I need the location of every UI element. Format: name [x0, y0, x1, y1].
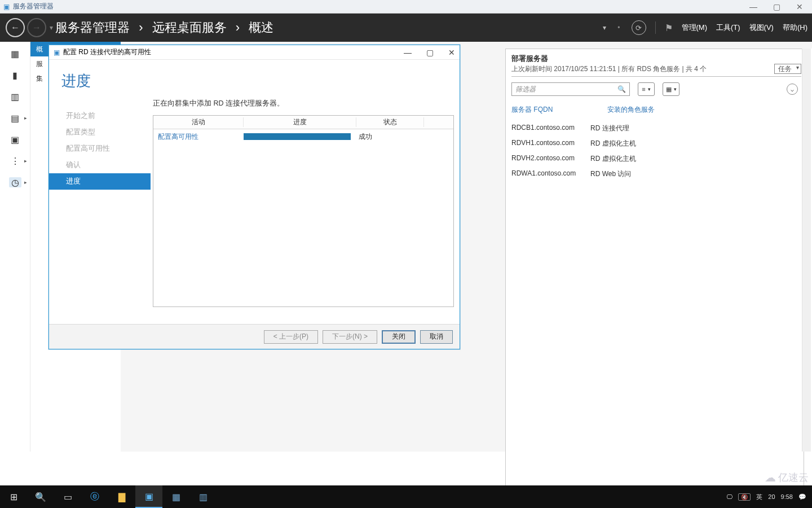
rail-file-services-icon[interactable]: ▤▸: [9, 113, 21, 123]
grid-header: 活动 进度 状态: [153, 116, 453, 129]
step-confirm: 确认: [61, 157, 151, 173]
dialog-heading: 进度: [49, 60, 460, 97]
system-tray: 🖵 🔇 英 20 9:58 💬: [721, 493, 812, 501]
rail-iis-icon[interactable]: ▣: [9, 134, 21, 144]
dialog-footer: < 上一步(P) 下一步(N) > 关闭 取消: [49, 324, 460, 349]
tray-monitor-icon[interactable]: 🖵: [726, 493, 732, 500]
row-progressbar: [244, 133, 356, 140]
col-activity: 活动: [153, 117, 244, 127]
step-progress: 进度: [49, 173, 151, 190]
hyperv-icon[interactable]: ▦: [162, 485, 189, 508]
save-query-button[interactable]: ▦: [663, 82, 679, 96]
tray-num: 20: [768, 493, 775, 500]
close-button[interactable]: 关闭: [382, 330, 416, 344]
breadcrumb: 服务器管理器 › 远程桌面服务 › 概述: [55, 19, 273, 36]
window-close-button[interactable]: ✕: [796, 2, 803, 11]
expand-toggle-button[interactable]: ⌵: [787, 84, 798, 95]
step-ha: 配置高可用性: [61, 141, 151, 157]
cluster-icon[interactable]: ▥: [189, 485, 217, 508]
menu-tools[interactable]: 工具(T): [716, 23, 740, 33]
tray-ime[interactable]: 英: [756, 493, 762, 501]
dialog-app-icon: ▣: [54, 49, 60, 56]
menu-manage[interactable]: 管理(M): [682, 23, 708, 33]
dialog-titlebar: ▣ 配置 RD 连接代理的高可用性 — ▢ ✕: [49, 45, 460, 60]
ha-wizard-dialog: ▣ 配置 RD 连接代理的高可用性 — ▢ ✕ 进度 开始之前 配置类型 配置高…: [48, 45, 460, 349]
start-button[interactable]: ⊞: [0, 485, 27, 508]
nav-dropdown-icon[interactable]: ▾: [50, 24, 53, 32]
progress-bar-icon: [244, 133, 351, 140]
main-scrollbar[interactable]: [802, 49, 812, 452]
search-icon[interactable]: 🔍: [617, 85, 626, 93]
crumb-level2[interactable]: 概述: [249, 20, 273, 34]
col-status: 状态: [356, 117, 424, 127]
rail-more-icon[interactable]: ⋮▸: [9, 156, 21, 166]
icon-rail: ▦ ▮ ▥ ▤▸ ▣ ⋮▸ ◷▸: [0, 42, 30, 452]
notifications-flag-icon[interactable]: ⚑: [665, 23, 673, 33]
step-before: 开始之前: [61, 108, 151, 124]
step-type: 配置类型: [61, 124, 151, 141]
deployment-servers-panel: 部署服务器 上次刷新时间 2017/10/25 11:21:51 | 所有 RD…: [505, 49, 804, 489]
prev-button: < 上一步(P): [264, 330, 318, 344]
crumb-root[interactable]: 服务器管理器: [55, 20, 130, 34]
filter-placeholder: 筛选器: [515, 85, 536, 94]
refresh-button[interactable]: ⟳: [632, 20, 646, 35]
nav-forward-button[interactable]: →: [27, 18, 46, 37]
ie-icon[interactable]: ⓔ: [81, 485, 108, 508]
server-table-header: 服务器 FQDN 安装的角色服务: [511, 103, 801, 117]
dialog-maximize-button[interactable]: ▢: [426, 48, 434, 57]
dialog-minimize-button[interactable]: —: [404, 48, 412, 57]
main-title: 服务器管理器: [13, 2, 54, 11]
rail-rds-icon[interactable]: ◷▸: [9, 177, 21, 187]
dialog-close-button[interactable]: ✕: [448, 48, 455, 57]
explorer-icon[interactable]: ▇: [108, 485, 135, 508]
table-row[interactable]: RDCB1.contoso.comRD 连接代理: [511, 121, 801, 136]
col-role[interactable]: 安装的角色服务: [607, 105, 655, 115]
filter-input[interactable]: 筛选器 🔍: [511, 82, 630, 96]
taskview-button[interactable]: ▭: [54, 485, 81, 508]
col-fqdn[interactable]: 服务器 FQDN: [511, 105, 579, 115]
server-manager-taskbar-icon[interactable]: ▣: [135, 485, 162, 508]
dialog-title: 配置 RD 连接代理的高可用性: [63, 47, 151, 57]
rail-dashboard-icon[interactable]: ▦: [9, 49, 21, 59]
table-row[interactable]: RDVH2.contoso.comRD 虚拟化主机: [511, 151, 801, 167]
main-titlebar: ▣ 服务器管理器 — ▢ ✕: [0, 0, 812, 14]
server-manager-icon: ▣: [3, 3, 10, 11]
window-minimize-button[interactable]: —: [749, 2, 757, 11]
tray-speaker-icon[interactable]: 🔇: [738, 493, 751, 501]
view-options-button[interactable]: ≡: [638, 82, 655, 96]
rail-all-servers-icon[interactable]: ▥: [9, 91, 21, 102]
dialog-message: 正在向群集中添加 RD 连接代理服务器。: [153, 99, 454, 108]
panel-title: 部署服务器: [511, 54, 801, 64]
nav-back-button[interactable]: ←: [6, 18, 25, 37]
header-bar: ← → ▾ 服务器管理器 › 远程桌面服务 › 概述 ▾ • ⟳ ⚑ 管理(M)…: [0, 14, 812, 42]
search-button[interactable]: 🔍: [27, 485, 54, 508]
header-caret-icon[interactable]: ▾: [603, 24, 606, 32]
row-status: 成功: [356, 132, 424, 142]
tasks-dropdown[interactable]: 任务: [774, 64, 801, 74]
server-table: RDCB1.contoso.comRD 连接代理 RDVH1.contoso.c…: [511, 121, 801, 182]
crumb-level1[interactable]: 远程桌面服务: [152, 20, 227, 34]
divider: [655, 21, 656, 34]
grid-row: 配置高可用性 成功: [153, 129, 453, 144]
window-maximize-button[interactable]: ▢: [773, 2, 780, 11]
col-progress: 进度: [244, 117, 356, 127]
table-row[interactable]: RDVH1.contoso.comRD 虚拟化主机: [511, 136, 801, 151]
menu-help[interactable]: 帮助(H): [783, 23, 807, 33]
table-row[interactable]: RDWA1.contoso.comRD Web 访问: [511, 167, 801, 182]
cancel-button[interactable]: 取消: [420, 330, 453, 344]
taskbar: ⊞ 🔍 ▭ ⓔ ▇ ▣ ▦ ▥ 🖵 🔇 英 20 9:58 💬: [0, 485, 812, 508]
menu-view[interactable]: 视图(V): [749, 23, 774, 33]
tray-time[interactable]: 9:58: [781, 493, 793, 500]
panel-refresh-line: 上次刷新时间 2017/10/25 11:21:51 | 所有 RDS 角色服务…: [511, 64, 707, 74]
tray-notification-icon[interactable]: 💬: [798, 493, 806, 501]
progress-grid: 活动 进度 状态 配置高可用性 成功: [153, 115, 454, 307]
next-button: 下一步(N) >: [323, 330, 377, 344]
rail-local-server-icon[interactable]: ▮: [9, 70, 21, 80]
row-activity: 配置高可用性: [153, 132, 244, 142]
wizard-steps: 开始之前 配置类型 配置高可用性 确认 进度: [49, 97, 151, 324]
